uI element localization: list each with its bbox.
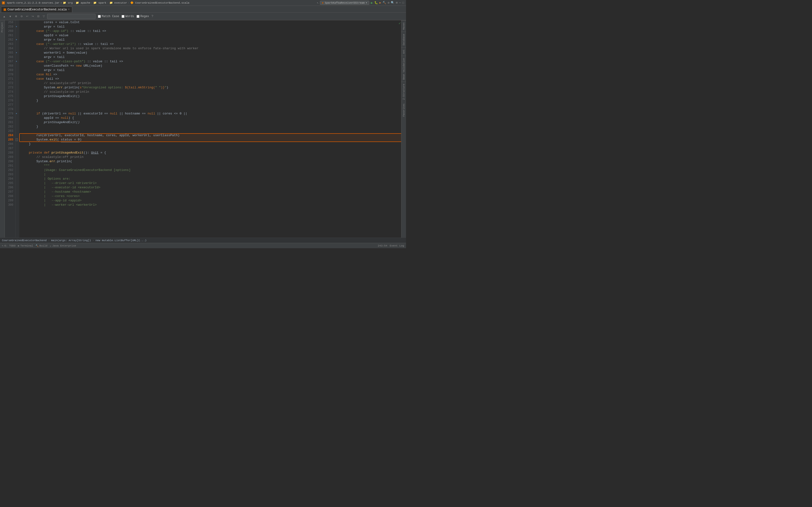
code-line-278 bbox=[21, 107, 401, 112]
database-tool-window[interactable]: Database bbox=[401, 32, 406, 47]
code-line-280: appId == null) { bbox=[21, 116, 401, 120]
code-line-275: printUsageAndExit() bbox=[21, 94, 401, 99]
search-filter-button[interactable]: ⊟ bbox=[36, 14, 40, 18]
z-structure-tool-window[interactable]: Z-Structure bbox=[401, 81, 406, 102]
bc-apache: 📁 apache bbox=[75, 1, 90, 4]
tab-coarsegrained[interactable]: CoarseGrainedExecutorBackend.scala × bbox=[1, 6, 72, 12]
ant-tool-window[interactable]: Ant bbox=[401, 47, 406, 56]
search-funnel-button[interactable]: ▽ bbox=[42, 14, 46, 18]
gutter-icon-259[interactable]: ● bbox=[16, 24, 17, 28]
favorites-tool-window[interactable]: Favorites bbox=[401, 102, 406, 119]
words-checkbox[interactable] bbox=[121, 15, 124, 18]
tab-close-button[interactable]: × bbox=[68, 8, 69, 11]
cursor-icon: ↖ bbox=[317, 1, 318, 5]
fold-icon-288[interactable]: − bbox=[16, 137, 18, 141]
gutter-icon-263[interactable]: ● bbox=[16, 38, 17, 41]
search-nav5-button[interactable]: ↩ bbox=[25, 14, 29, 18]
code-line-287 bbox=[21, 146, 401, 151]
bc-executor: 📁 executor bbox=[109, 1, 127, 4]
code-line-260: case ("--app-id") :: value :: tail => bbox=[21, 29, 401, 33]
code-line-292: |Usage: CoarseGrainedExecutorBackend [op… bbox=[21, 168, 401, 172]
todo-icon: ✎ bbox=[2, 244, 3, 247]
regex-option[interactable]: Regex bbox=[137, 15, 149, 18]
code-line-283 bbox=[21, 129, 401, 133]
code-line-268: userClassPath += new URL(value) bbox=[21, 64, 401, 68]
code-line-267: case ("--user-class-path") :: value :: t… bbox=[21, 59, 401, 64]
title-bar: J spark-core_2.11-2.2.0-sources.jar › 📁 … bbox=[0, 0, 406, 6]
tab-bar: CoarseGrainedExecutorBackend.scala × bbox=[0, 6, 406, 12]
words-option[interactable]: Words bbox=[121, 15, 134, 18]
code-line-279: if (driverUrl == null || executorId == n… bbox=[21, 112, 401, 116]
run-button[interactable]: ▶ bbox=[371, 1, 373, 5]
search-everywhere-button[interactable]: 🔍 bbox=[391, 1, 394, 5]
search-nav6-button[interactable]: ↪ bbox=[31, 14, 35, 18]
search-nav3-button[interactable]: ⊕ bbox=[14, 14, 18, 18]
regex-checkbox[interactable] bbox=[137, 15, 140, 18]
code-line-290: System.err.println( bbox=[21, 159, 401, 164]
run-config-selector[interactable]: ▶ SparkKafkaReceiverDStream ▾ bbox=[320, 1, 369, 5]
terminal-status[interactable]: ▶ Terminal bbox=[18, 244, 33, 247]
title-breadcrumb: 📁 org › 📁 apache › 📁 spark › 📁 executor … bbox=[63, 1, 189, 4]
code-line-258: cores = value.toInt bbox=[21, 20, 401, 24]
match-case-checkbox[interactable] bbox=[98, 15, 101, 18]
gutter-icon-268[interactable]: ● bbox=[16, 59, 17, 63]
settings-button[interactable]: ⚙ bbox=[388, 1, 389, 5]
search-down-button[interactable]: ▼ bbox=[8, 14, 12, 18]
code-editor[interactable]: 258 259 260 261 262 263 264 265 266 267 … bbox=[5, 20, 401, 237]
gutter: ● ● ● ● ● − bbox=[15, 20, 19, 237]
search-up-button[interactable]: ▲ bbox=[2, 14, 6, 18]
left-sidebar: Project bbox=[0, 20, 5, 237]
code-line-299: | --app-id <appid> bbox=[21, 199, 401, 203]
search-input[interactable] bbox=[47, 14, 95, 19]
regex-help-icon[interactable]: ? bbox=[152, 14, 153, 18]
java-icon: ☕ bbox=[50, 244, 51, 247]
code-content: 258 259 260 261 262 263 264 265 266 267 … bbox=[5, 20, 401, 237]
gutter-icon-266[interactable]: ● bbox=[16, 51, 17, 54]
event-log-label: Event Log bbox=[390, 244, 404, 247]
code-line-263: case ("--worker-url") :: value :: tail =… bbox=[21, 42, 401, 46]
match-case-option[interactable]: Match Case bbox=[98, 15, 119, 18]
code-line-295: | --driver-url <driverUrl> bbox=[21, 181, 401, 185]
bean-validation-tool-window[interactable]: Bean Validation bbox=[401, 56, 406, 81]
editor-area: Project 258 259 260 261 262 263 264 265 … bbox=[0, 20, 406, 237]
project-sidebar-icon[interactable]: Project bbox=[0, 21, 4, 33]
status-bar-right: 243:54 Event Log bbox=[378, 244, 404, 247]
breadcrumb-bar: CoarseGrainedExecutorBackend › main(args… bbox=[0, 237, 406, 243]
java-enterprise-status[interactable]: ☕ Java Enterprise bbox=[50, 244, 76, 247]
todo-status[interactable]: ✎ 6: TODO bbox=[2, 244, 15, 247]
code-line-264: // Worker url is used in spark standalon… bbox=[21, 46, 401, 51]
minimize-button[interactable]: — bbox=[399, 1, 401, 5]
jar-icon: J bbox=[2, 1, 5, 4]
code-line-282: } bbox=[21, 125, 401, 129]
search-nav4-button[interactable]: ⊖ bbox=[19, 14, 24, 18]
build-label: Build bbox=[39, 244, 47, 247]
build-icon: 🔨 bbox=[36, 244, 39, 247]
breadcrumb-expression[interactable]: new mutable.ListBuffer[URL](...) bbox=[95, 239, 146, 242]
code-line-271: case tail => bbox=[21, 77, 401, 81]
code-line-272: // scalastyle:off println bbox=[21, 81, 401, 86]
code-line-296: | --executor-id <executorId> bbox=[21, 185, 401, 190]
code-line-269: argv = tail bbox=[21, 68, 401, 72]
event-log-status[interactable]: Event Log bbox=[390, 244, 404, 247]
expand-button[interactable]: ⊞ bbox=[396, 1, 398, 5]
run-config-label: SparkKafkaReceiverDStream bbox=[325, 1, 365, 4]
debug-button[interactable]: 🐛 bbox=[374, 1, 378, 5]
code-line-289: // scalastyle:off println bbox=[21, 155, 401, 159]
code-line-274: // scalastyle:on println bbox=[21, 90, 401, 94]
code-line-281: printUsageAndExit() bbox=[21, 120, 401, 125]
code-line-276: } bbox=[21, 99, 401, 103]
code-line-277 bbox=[21, 103, 401, 107]
breadcrumb-method[interactable]: main(args: Array[String]) bbox=[51, 239, 91, 242]
bc-file: 🔶 CoarseGrainedExecutorBackend.scala bbox=[130, 1, 190, 4]
code-line-297: | --hostname <hostname> bbox=[21, 190, 401, 194]
build-status[interactable]: 🔨 Build bbox=[36, 244, 47, 247]
code-line-286: } bbox=[21, 142, 401, 146]
maximize-button[interactable]: □ bbox=[402, 1, 404, 5]
gutter-icon-280[interactable]: ● bbox=[16, 112, 17, 115]
run-with-coverage-button[interactable]: ▶ bbox=[379, 1, 381, 5]
maven-tool-window[interactable]: Maven bbox=[401, 20, 406, 32]
build-button[interactable]: 🔨 bbox=[383, 1, 386, 5]
tab-label: CoarseGrainedExecutorBackend.scala bbox=[7, 8, 67, 11]
breadcrumb-class[interactable]: CoarseGrainedExecutorBackend bbox=[2, 239, 47, 242]
terminal-icon: ▶ bbox=[18, 244, 19, 247]
